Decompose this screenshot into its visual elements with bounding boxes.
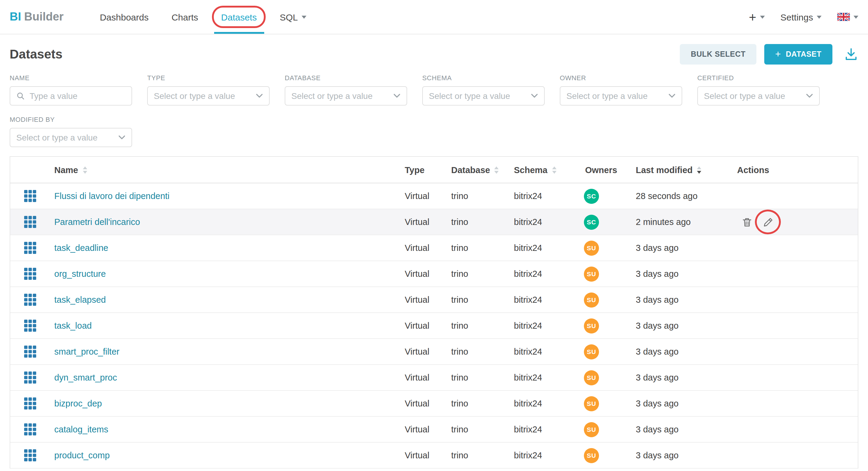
owners-cell: SU (576, 448, 636, 463)
owner-avatar: SU (584, 292, 599, 307)
owners-cell: SU (576, 240, 636, 255)
nav-item-dashboards[interactable]: Dashboards (100, 0, 149, 34)
page-header: Datasets BULK SELECT + DATASET (0, 34, 868, 74)
dataset-name-link[interactable]: Parametri dell'incarico (54, 217, 140, 227)
filter-schema: SCHEMA Select or type a value (422, 74, 545, 105)
search-icon (16, 92, 25, 100)
column-header-name[interactable]: Name (54, 165, 405, 175)
icon-cell (10, 294, 54, 306)
table-row: task_elapsed Virtual trino bitrix24 SU 3… (10, 287, 858, 313)
bulk-select-button[interactable]: BULK SELECT (680, 44, 757, 65)
nav-label: Datasets (221, 12, 257, 22)
nav-label: SQL (280, 12, 298, 22)
filter-label: SCHEMA (422, 74, 545, 82)
chevron-down-icon (531, 93, 538, 98)
table-body: Flussi di lavoro dei dipendenti Virtual … (10, 183, 858, 469)
database-cell: trino (451, 243, 514, 253)
column-header-database[interactable]: Database (451, 165, 514, 175)
dataset-grid-icon (24, 423, 36, 435)
schema-filter-select[interactable]: Select or type a value (422, 86, 545, 105)
select-placeholder: Select or type a value (429, 91, 526, 101)
chevron-down-icon (302, 15, 306, 19)
type-cell: Virtual (405, 425, 451, 434)
nav-item-charts[interactable]: Charts (172, 0, 198, 34)
dataset-name-link[interactable]: smart_proc_filter (54, 347, 119, 356)
edit-button[interactable] (760, 214, 776, 230)
filter-label: CERTIFIED (697, 74, 820, 82)
database-filter-select[interactable]: Select or type a value (285, 86, 407, 105)
type-cell: Virtual (405, 191, 451, 201)
datasets-page: BIBuilder Dashboards Charts Datasets SQL… (0, 0, 868, 471)
name-filter-input[interactable] (10, 86, 132, 105)
database-cell: trino (451, 191, 514, 201)
delete-button[interactable] (739, 214, 754, 230)
filter-name: NAME (10, 74, 132, 105)
schema-cell: bitrix24 (514, 347, 576, 356)
certified-filter-select[interactable]: Select or type a value (697, 86, 820, 105)
select-placeholder: Select or type a value (16, 133, 114, 142)
add-dataset-button[interactable]: + DATASET (764, 44, 832, 65)
language-menu[interactable] (837, 13, 858, 21)
chevron-down-icon (806, 93, 813, 98)
icon-cell (10, 320, 54, 332)
dataset-name-link[interactable]: task_load (54, 321, 92, 331)
last-modified-cell: 3 days ago (636, 269, 728, 279)
select-placeholder: Select or type a value (704, 91, 801, 101)
type-filter-select[interactable]: Select or type a value (147, 86, 270, 105)
owner-avatar: SU (584, 240, 599, 255)
database-cell: trino (451, 450, 514, 460)
schema-cell: bitrix24 (514, 450, 576, 460)
nav-item-datasets[interactable]: Datasets (221, 0, 257, 34)
select-placeholder: Select or type a value (566, 91, 663, 101)
select-placeholder: Select or type a value (154, 91, 251, 101)
last-modified-cell: 3 days ago (636, 243, 728, 253)
app-logo[interactable]: BIBuilder (10, 0, 64, 34)
navbar-right: + Settings (749, 0, 858, 34)
filter-label: OWNER (560, 74, 682, 82)
name-filter-field[interactable] (30, 91, 125, 101)
dataset-name-link[interactable]: task_elapsed (54, 295, 106, 305)
chevron-down-icon (760, 15, 765, 19)
settings-menu[interactable]: Settings (780, 12, 822, 22)
dataset-name-link[interactable]: catalog_items (54, 425, 108, 434)
table-row: catalog_items Virtual trino bitrix24 SU … (10, 417, 858, 443)
dataset-name-link[interactable]: bizproc_dep (54, 399, 102, 408)
page-title: Datasets (10, 47, 62, 62)
column-header-last-modified[interactable]: Last modified (636, 165, 728, 175)
dataset-name-link[interactable]: org_structure (54, 269, 106, 279)
add-dataset-label: DATASET (786, 50, 822, 59)
last-modified-cell: 3 days ago (636, 425, 728, 434)
modified-by-filter-select[interactable]: Select or type a value (10, 128, 132, 147)
export-button[interactable] (844, 47, 858, 62)
last-modified-cell: 3 days ago (636, 373, 728, 382)
dataset-grid-icon (24, 320, 36, 332)
dataset-name-link[interactable]: dyn_smart_proc (54, 373, 117, 382)
sort-icon (494, 166, 499, 174)
owner-avatar: SU (584, 266, 599, 281)
database-cell: trino (451, 269, 514, 279)
dataset-name-link[interactable]: Flussi di lavoro dei dipendenti (54, 191, 169, 201)
dataset-name-link[interactable]: product_comp (54, 450, 110, 460)
chevron-down-icon (817, 15, 822, 19)
owner-filter-select[interactable]: Select or type a value (560, 86, 682, 105)
filter-type: TYPE Select or type a value (147, 74, 270, 105)
new-item-menu[interactable]: + (749, 10, 765, 23)
name-cell: smart_proc_filter (54, 347, 405, 356)
logo-bi: BI (10, 10, 21, 24)
logo-builder: Builder (24, 10, 64, 24)
icon-cell (10, 423, 54, 435)
dataset-name-link[interactable]: task_deadline (54, 243, 108, 253)
type-cell: Virtual (405, 321, 451, 331)
last-modified-cell: 3 days ago (636, 347, 728, 356)
schema-cell: bitrix24 (514, 373, 576, 382)
owner-avatar: SC (584, 214, 599, 229)
type-cell: Virtual (405, 243, 451, 253)
sort-icon (552, 166, 556, 174)
last-modified-cell: 28 seconds ago (636, 191, 728, 201)
type-cell: Virtual (405, 347, 451, 356)
nav-item-sql[interactable]: SQL (280, 0, 306, 34)
column-header-schema[interactable]: Schema (514, 165, 576, 175)
uk-flag-icon (837, 13, 850, 21)
type-cell: Virtual (405, 269, 451, 279)
schema-cell: bitrix24 (514, 191, 576, 201)
